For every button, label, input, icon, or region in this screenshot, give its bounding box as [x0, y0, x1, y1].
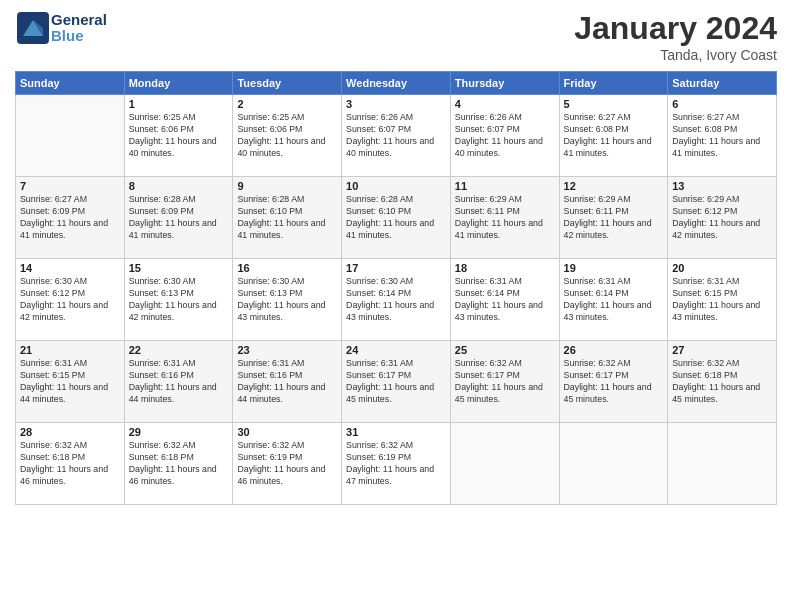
day-info: Sunrise: 6:27 AM Sunset: 6:08 PM Dayligh… [564, 112, 664, 160]
day-number: 30 [237, 426, 337, 438]
calendar-cell: 25Sunrise: 6:32 AM Sunset: 6:17 PM Dayli… [450, 341, 559, 423]
day-number: 9 [237, 180, 337, 192]
calendar-cell: 20Sunrise: 6:31 AM Sunset: 6:15 PM Dayli… [668, 259, 777, 341]
day-info: Sunrise: 6:29 AM Sunset: 6:11 PM Dayligh… [455, 194, 555, 242]
day-number: 21 [20, 344, 120, 356]
day-number: 15 [129, 262, 229, 274]
day-number: 10 [346, 180, 446, 192]
calendar-cell: 17Sunrise: 6:30 AM Sunset: 6:14 PM Dayli… [342, 259, 451, 341]
day-info: Sunrise: 6:31 AM Sunset: 6:15 PM Dayligh… [20, 358, 120, 406]
day-info: Sunrise: 6:32 AM Sunset: 6:19 PM Dayligh… [237, 440, 337, 488]
col-wednesday: Wednesday [342, 72, 451, 95]
calendar-header: Sunday Monday Tuesday Wednesday Thursday… [16, 72, 777, 95]
col-monday: Monday [124, 72, 233, 95]
calendar-cell [668, 423, 777, 505]
day-info: Sunrise: 6:31 AM Sunset: 6:16 PM Dayligh… [237, 358, 337, 406]
day-number: 5 [564, 98, 664, 110]
header: General Blue January 2024 Tanda, Ivory C… [15, 10, 777, 63]
col-thursday: Thursday [450, 72, 559, 95]
day-number: 4 [455, 98, 555, 110]
day-info: Sunrise: 6:32 AM Sunset: 6:18 PM Dayligh… [672, 358, 772, 406]
title-area: January 2024 Tanda, Ivory Coast [574, 10, 777, 63]
day-number: 6 [672, 98, 772, 110]
day-number: 31 [346, 426, 446, 438]
day-number: 29 [129, 426, 229, 438]
day-info: Sunrise: 6:30 AM Sunset: 6:12 PM Dayligh… [20, 276, 120, 324]
calendar-cell: 21Sunrise: 6:31 AM Sunset: 6:15 PM Dayli… [16, 341, 125, 423]
day-info: Sunrise: 6:32 AM Sunset: 6:17 PM Dayligh… [455, 358, 555, 406]
calendar-cell: 27Sunrise: 6:32 AM Sunset: 6:18 PM Dayli… [668, 341, 777, 423]
day-number: 26 [564, 344, 664, 356]
day-number: 19 [564, 262, 664, 274]
day-info: Sunrise: 6:26 AM Sunset: 6:07 PM Dayligh… [346, 112, 446, 160]
day-info: Sunrise: 6:31 AM Sunset: 6:14 PM Dayligh… [564, 276, 664, 324]
day-number: 27 [672, 344, 772, 356]
calendar-cell: 29Sunrise: 6:32 AM Sunset: 6:18 PM Dayli… [124, 423, 233, 505]
day-info: Sunrise: 6:30 AM Sunset: 6:14 PM Dayligh… [346, 276, 446, 324]
day-number: 8 [129, 180, 229, 192]
logo-text-line2: Blue [51, 28, 107, 45]
day-number: 12 [564, 180, 664, 192]
calendar-cell [16, 95, 125, 177]
day-number: 14 [20, 262, 120, 274]
day-info: Sunrise: 6:31 AM Sunset: 6:16 PM Dayligh… [129, 358, 229, 406]
day-info: Sunrise: 6:32 AM Sunset: 6:18 PM Dayligh… [20, 440, 120, 488]
calendar-cell: 18Sunrise: 6:31 AM Sunset: 6:14 PM Dayli… [450, 259, 559, 341]
day-number: 3 [346, 98, 446, 110]
day-number: 24 [346, 344, 446, 356]
day-info: Sunrise: 6:30 AM Sunset: 6:13 PM Dayligh… [129, 276, 229, 324]
calendar-cell: 26Sunrise: 6:32 AM Sunset: 6:17 PM Dayli… [559, 341, 668, 423]
day-number: 16 [237, 262, 337, 274]
calendar-cell: 24Sunrise: 6:31 AM Sunset: 6:17 PM Dayli… [342, 341, 451, 423]
calendar-cell: 6Sunrise: 6:27 AM Sunset: 6:08 PM Daylig… [668, 95, 777, 177]
day-number: 28 [20, 426, 120, 438]
col-tuesday: Tuesday [233, 72, 342, 95]
calendar-table: Sunday Monday Tuesday Wednesday Thursday… [15, 71, 777, 505]
day-number: 7 [20, 180, 120, 192]
month-title: January 2024 [574, 10, 777, 47]
day-info: Sunrise: 6:29 AM Sunset: 6:11 PM Dayligh… [564, 194, 664, 242]
day-number: 13 [672, 180, 772, 192]
day-number: 1 [129, 98, 229, 110]
calendar-cell: 10Sunrise: 6:28 AM Sunset: 6:10 PM Dayli… [342, 177, 451, 259]
location-subtitle: Tanda, Ivory Coast [574, 47, 777, 63]
calendar-week-1: 1Sunrise: 6:25 AM Sunset: 6:06 PM Daylig… [16, 95, 777, 177]
calendar-cell: 15Sunrise: 6:30 AM Sunset: 6:13 PM Dayli… [124, 259, 233, 341]
calendar-week-4: 21Sunrise: 6:31 AM Sunset: 6:15 PM Dayli… [16, 341, 777, 423]
calendar-cell: 4Sunrise: 6:26 AM Sunset: 6:07 PM Daylig… [450, 95, 559, 177]
day-info: Sunrise: 6:32 AM Sunset: 6:19 PM Dayligh… [346, 440, 446, 488]
calendar-cell: 11Sunrise: 6:29 AM Sunset: 6:11 PM Dayli… [450, 177, 559, 259]
day-info: Sunrise: 6:28 AM Sunset: 6:09 PM Dayligh… [129, 194, 229, 242]
day-number: 25 [455, 344, 555, 356]
calendar-cell: 22Sunrise: 6:31 AM Sunset: 6:16 PM Dayli… [124, 341, 233, 423]
calendar-cell: 28Sunrise: 6:32 AM Sunset: 6:18 PM Dayli… [16, 423, 125, 505]
calendar-week-5: 28Sunrise: 6:32 AM Sunset: 6:18 PM Dayli… [16, 423, 777, 505]
calendar-cell: 16Sunrise: 6:30 AM Sunset: 6:13 PM Dayli… [233, 259, 342, 341]
logo: General Blue [15, 10, 107, 46]
calendar-cell: 8Sunrise: 6:28 AM Sunset: 6:09 PM Daylig… [124, 177, 233, 259]
calendar-cell: 12Sunrise: 6:29 AM Sunset: 6:11 PM Dayli… [559, 177, 668, 259]
calendar-cell: 7Sunrise: 6:27 AM Sunset: 6:09 PM Daylig… [16, 177, 125, 259]
day-number: 2 [237, 98, 337, 110]
day-info: Sunrise: 6:26 AM Sunset: 6:07 PM Dayligh… [455, 112, 555, 160]
day-info: Sunrise: 6:32 AM Sunset: 6:17 PM Dayligh… [564, 358, 664, 406]
day-number: 22 [129, 344, 229, 356]
calendar-cell: 1Sunrise: 6:25 AM Sunset: 6:06 PM Daylig… [124, 95, 233, 177]
day-info: Sunrise: 6:28 AM Sunset: 6:10 PM Dayligh… [237, 194, 337, 242]
day-number: 23 [237, 344, 337, 356]
calendar-cell: 23Sunrise: 6:31 AM Sunset: 6:16 PM Dayli… [233, 341, 342, 423]
col-friday: Friday [559, 72, 668, 95]
calendar-cell: 13Sunrise: 6:29 AM Sunset: 6:12 PM Dayli… [668, 177, 777, 259]
calendar-cell: 31Sunrise: 6:32 AM Sunset: 6:19 PM Dayli… [342, 423, 451, 505]
day-info: Sunrise: 6:31 AM Sunset: 6:17 PM Dayligh… [346, 358, 446, 406]
day-number: 17 [346, 262, 446, 274]
day-info: Sunrise: 6:31 AM Sunset: 6:15 PM Dayligh… [672, 276, 772, 324]
calendar-cell: 14Sunrise: 6:30 AM Sunset: 6:12 PM Dayli… [16, 259, 125, 341]
col-saturday: Saturday [668, 72, 777, 95]
day-info: Sunrise: 6:25 AM Sunset: 6:06 PM Dayligh… [237, 112, 337, 160]
calendar-cell: 9Sunrise: 6:28 AM Sunset: 6:10 PM Daylig… [233, 177, 342, 259]
day-info: Sunrise: 6:32 AM Sunset: 6:18 PM Dayligh… [129, 440, 229, 488]
calendar-week-2: 7Sunrise: 6:27 AM Sunset: 6:09 PM Daylig… [16, 177, 777, 259]
calendar-cell [450, 423, 559, 505]
day-info: Sunrise: 6:27 AM Sunset: 6:08 PM Dayligh… [672, 112, 772, 160]
